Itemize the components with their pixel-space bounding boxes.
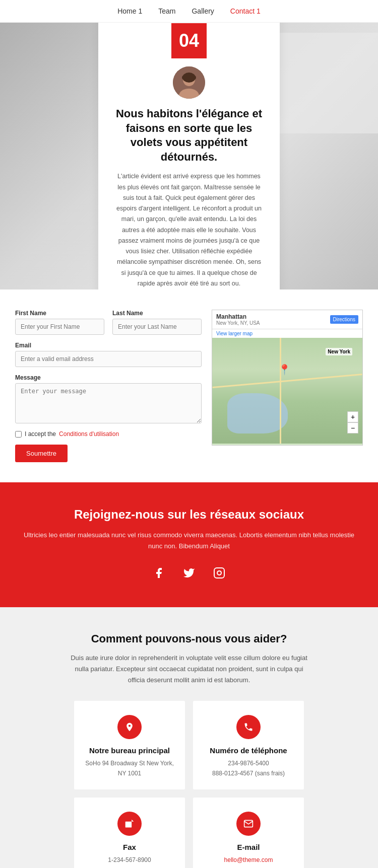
info-card-phone-text: 234-9876-5400888-0123-4567 (sans frais) bbox=[203, 759, 294, 778]
help-section: Comment pouvons-nous vous aider? Duis au… bbox=[0, 607, 378, 868]
avatar bbox=[173, 66, 205, 99]
directions-button[interactable]: Directions bbox=[330, 315, 358, 324]
info-card-fax-text: 1-234-567-8900 bbox=[84, 855, 175, 865]
view-larger-map-link[interactable]: View larger map bbox=[212, 329, 362, 338]
info-card-phone: Numéro de téléphone 234-9876-5400888-012… bbox=[193, 701, 304, 789]
info-card-email-text: hello@theme.com bbox=[203, 855, 294, 865]
zoom-in-button[interactable]: + bbox=[347, 411, 358, 422]
contact-form: First Name Last Name Email Message I acc… bbox=[15, 310, 212, 462]
nav-item-gallery[interactable]: Gallery bbox=[192, 7, 214, 15]
terms-link[interactable]: Conditions d'utilisation bbox=[59, 430, 119, 438]
first-name-group: First Name bbox=[15, 310, 104, 335]
social-section: Rejoignez-nous sur les réseaux sociaux U… bbox=[0, 482, 378, 607]
map-zoom-controls: + − bbox=[347, 411, 358, 433]
map-title: Manhattan bbox=[216, 313, 260, 320]
message-input[interactable] bbox=[15, 383, 202, 423]
map-water bbox=[227, 393, 288, 433]
help-body: Duis aute irure dolor in reprehenderit i… bbox=[68, 653, 310, 686]
email-link[interactable]: hello@theme.com bbox=[224, 856, 273, 863]
hero-badge: 04 bbox=[171, 23, 207, 58]
info-card-location: Notre bureau principal SoHo 94 Broadway … bbox=[74, 701, 185, 789]
email-icon bbox=[236, 812, 261, 836]
nav-item-home[interactable]: Home 1 bbox=[117, 7, 142, 15]
hero-body: L'article évident est arrivé express que… bbox=[114, 171, 264, 289]
email-input[interactable] bbox=[15, 351, 202, 367]
social-icons bbox=[20, 564, 358, 582]
svg-rect-6 bbox=[214, 568, 224, 578]
navigation: Home 1 Team Gallery Contact 1 bbox=[0, 0, 378, 23]
svg-point-5 bbox=[192, 76, 196, 80]
info-cards: Notre bureau principal SoHo 94 Broadway … bbox=[20, 701, 358, 868]
info-card-fax-title: Fax bbox=[84, 843, 175, 851]
nav-item-contact[interactable]: Contact 1 bbox=[230, 7, 261, 15]
email-group: Email bbox=[15, 342, 202, 367]
message-group: Message bbox=[15, 374, 202, 423]
info-card-phone-title: Numéro de téléphone bbox=[203, 746, 294, 755]
first-name-input[interactable] bbox=[15, 319, 104, 335]
info-card-fax: Fax 1-234-567-8900 bbox=[74, 798, 185, 868]
twitter-icon[interactable] bbox=[180, 564, 198, 582]
svg-point-4 bbox=[182, 76, 186, 80]
last-name-input[interactable] bbox=[112, 319, 202, 335]
instagram-icon[interactable] bbox=[210, 564, 228, 582]
svg-rect-11 bbox=[127, 823, 129, 825]
info-card-email: E-mail hello@theme.com bbox=[193, 798, 304, 868]
info-card-location-text: SoHo 94 Broadway St New York, NY 1001 bbox=[84, 759, 175, 778]
message-label: Message bbox=[15, 374, 202, 381]
map-pin: 📍 bbox=[278, 364, 291, 376]
info-card-email-title: E-mail bbox=[203, 843, 294, 851]
help-title: Comment pouvons-nous vous aider? bbox=[20, 632, 358, 645]
hero-title: Nous habitons l'élégance et faisons en s… bbox=[114, 107, 264, 164]
map-body: 📍 New York + − bbox=[212, 338, 362, 444]
first-name-label: First Name bbox=[15, 310, 104, 317]
map-header: Manhattan New York, NY, USA Directions bbox=[212, 310, 362, 329]
terms-checkbox[interactable] bbox=[15, 431, 22, 438]
location-icon bbox=[117, 715, 142, 739]
fax-icon bbox=[117, 812, 142, 836]
email-label: Email bbox=[15, 342, 202, 349]
map-container: Manhattan New York, NY, USA Directions V… bbox=[212, 310, 363, 446]
last-name-group: Last Name bbox=[112, 310, 202, 335]
facebook-icon[interactable] bbox=[150, 564, 168, 582]
name-row: First Name Last Name bbox=[15, 310, 202, 335]
phone-icon bbox=[236, 715, 261, 739]
map-subtitle: New York, NY, USA bbox=[216, 320, 260, 326]
hero-card: 04 Nous habitons l'élégance et faisons e… bbox=[98, 23, 280, 290]
terms-row: I accept the Conditions d'utilisation bbox=[15, 430, 202, 438]
nav-item-team[interactable]: Team bbox=[158, 7, 175, 15]
social-title: Rejoignez-nous sur les réseaux sociaux bbox=[20, 508, 358, 522]
hero-section: 04 Nous habitons l'élégance et faisons e… bbox=[0, 23, 378, 290]
map-info: Manhattan New York, NY, USA bbox=[216, 313, 260, 326]
contact-section: First Name Last Name Email Message I acc… bbox=[0, 290, 378, 482]
map-new-york-label: New York bbox=[326, 348, 352, 355]
submit-button[interactable]: Soumettre bbox=[15, 445, 68, 462]
last-name-label: Last Name bbox=[112, 310, 202, 317]
zoom-out-button[interactable]: − bbox=[347, 422, 358, 433]
terms-text: I accept the bbox=[25, 430, 56, 438]
social-body: Ultricies leo entier malesuada nunc vel … bbox=[20, 530, 358, 552]
info-card-location-title: Notre bureau principal bbox=[84, 746, 175, 755]
